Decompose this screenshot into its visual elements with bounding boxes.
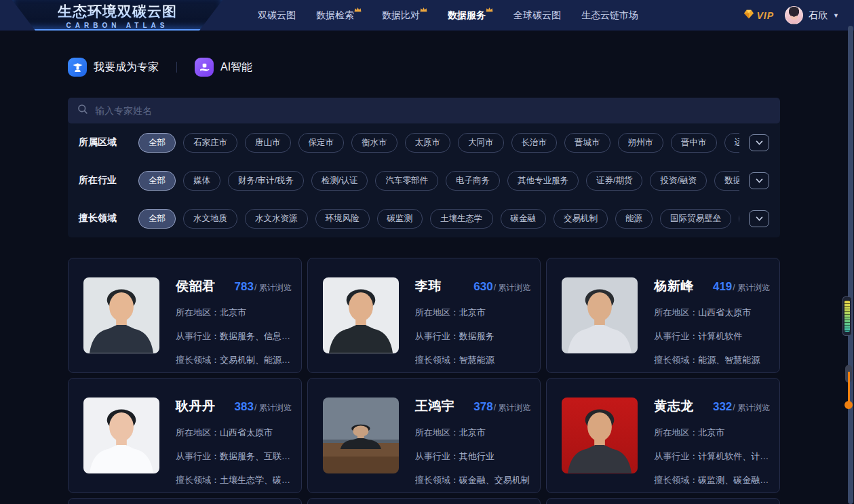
filter-label: 所在行业: [79, 174, 138, 187]
nav-menu: 双碳云图 数据检索 数据比对 数据服务 全球碳云图 生态云链市场: [258, 0, 638, 31]
views-suffix: / 累计浏览: [254, 403, 292, 412]
thermometer-bulb: [845, 401, 853, 409]
filter-chip[interactable]: 晋中市: [671, 133, 717, 153]
filter-chip[interactable]: 运城市: [724, 133, 740, 153]
nav-item[interactable]: 数据比对: [382, 0, 427, 31]
filter-chip[interactable]: 碳监测: [377, 209, 423, 229]
logo-title: 生态环境双碳云图: [58, 2, 177, 21]
expert-card[interactable]: 耿丹丹 383/ 累计浏览 所在地区：山西省太原市 从事行业：数据服务、互联网、…: [68, 378, 302, 493]
views-suffix: / 累计浏览: [494, 403, 531, 412]
gauge-bars-icon: [845, 301, 850, 332]
views-suffix: / 累计浏览: [254, 283, 292, 292]
filter-chip[interactable]: 投资/融资: [650, 171, 706, 191]
expert-views: 383/ 累计浏览: [235, 400, 292, 414]
filter-row: 所属区域 全部 石家庄市 唐山市 保定市 衡水市 太原市 大同市 长治市 晋城市…: [68, 123, 780, 161]
expert-photo: [83, 277, 159, 353]
filter-chip[interactable]: 数据服务: [714, 171, 739, 191]
nav-item-label: 数据检索: [316, 0, 354, 31]
filter-chip[interactable]: 衡水市: [351, 133, 397, 153]
filter-chip[interactable]: 太原市: [405, 133, 451, 153]
filter-chip[interactable]: 证券/期货: [586, 171, 642, 191]
search-input[interactable]: [95, 105, 771, 116]
vip-button[interactable]: VIP: [743, 9, 775, 22]
expand-filter-button[interactable]: [749, 172, 769, 189]
expert-card[interactable]: 黄志龙 332/ 累计浏览 所在地区：北京市 从事行业：计算机软件、计算机...…: [546, 378, 780, 493]
become-expert-button[interactable]: 我要成为专家: [68, 58, 159, 77]
filter-chip[interactable]: 财务/审计/税务: [228, 171, 304, 191]
expert-photo: [323, 398, 399, 473]
filter-chip[interactable]: 电子商务: [446, 171, 500, 191]
nav-item[interactable]: 全球碳云图: [513, 0, 561, 31]
filter-chip[interactable]: 朔州市: [618, 133, 664, 153]
filter-chip[interactable]: 保定市: [298, 133, 345, 153]
filter-row: 所在行业 全部 媒体 财务/审计/税务 检测/认证 汽车零部件 电子商务 其他专…: [68, 161, 780, 199]
expand-filter-button[interactable]: [749, 134, 769, 151]
expert-region-row: 所在地区：山西省太原市: [176, 427, 292, 439]
views-count: 419: [713, 280, 732, 293]
filter-chip[interactable]: 媒体: [183, 171, 220, 191]
expert-industry-row: 从事行业：数据服务、信息安全...: [176, 330, 292, 343]
filter-chip[interactable]: 全部: [138, 133, 176, 153]
crown-icon: [420, 4, 427, 14]
filter-chip[interactable]: 石家庄市: [183, 133, 237, 153]
chevron-down-icon[interactable]: ▼: [833, 12, 839, 19]
thermometer-stem: [848, 372, 850, 404]
filter-row: 擅长领域 全部 水文地质 水文水资源 环境风险 碳监测 土壤生态学 碳金融 交易…: [68, 199, 780, 237]
filter-chip[interactable]: 能源: [615, 209, 653, 229]
filter-chip[interactable]: 晋城市: [564, 133, 610, 153]
views-suffix: / 累计浏览: [494, 283, 531, 292]
expert-card-body: 王鸿宇 378/ 累计浏览 所在地区：北京市 从事行业：其他行业 擅长领域：碳金…: [415, 398, 531, 492]
ai-button[interactable]: AI智能: [195, 58, 252, 77]
chevron-down-icon: [756, 178, 763, 183]
nav-item[interactable]: 双碳云图: [258, 0, 296, 31]
user-avatar[interactable]: [785, 6, 803, 24]
filter-label: 擅长领域: [79, 212, 138, 225]
search-bar: [68, 98, 780, 123]
nav-item[interactable]: 生态云链市场: [581, 0, 638, 31]
search-icon: [77, 104, 88, 117]
filter-chip[interactable]: 唐山市: [245, 133, 291, 153]
expert-card[interactable]: 王鸿宇 378/ 累计浏览 所在地区：北京市 从事行业：其他行业 擅长领域：碳金…: [307, 378, 541, 493]
filter-chip[interactable]: 水文水资源: [245, 209, 308, 229]
expert-field-row: 擅长领域：智慧能源: [415, 354, 531, 366]
filter-chip[interactable]: 全部: [138, 171, 176, 191]
expand-filter-button[interactable]: [749, 210, 769, 227]
filter-chip[interactable]: 环境风险: [315, 209, 370, 229]
expert-card[interactable]: 侯韶君 783/ 累计浏览 所在地区：北京市 从事行业：数据服务、信息安全...…: [68, 258, 302, 373]
expert-photo: [83, 398, 159, 473]
filter-chip[interactable]: 水文地质: [183, 209, 237, 229]
views-count: 783: [235, 280, 254, 293]
expert-card[interactable]: [546, 498, 780, 504]
expert-card-body: 黄志龙 332/ 累计浏览 所在地区：北京市 从事行业：计算机软件、计算机...…: [654, 398, 770, 492]
user-name[interactable]: 石欣: [809, 9, 828, 22]
app-logo[interactable]: 生态环境双碳云图 CARBON ATLAS: [12, 0, 222, 31]
expert-field-row: 擅长领域：能源、智慧能源: [654, 354, 770, 366]
filter-chip[interactable]: 土壤生态学: [430, 209, 493, 229]
expert-field-row: 擅长领域：土壤生态学、碳金融: [176, 474, 292, 486]
expert-card[interactable]: 李玮 630/ 累计浏览 所在地区：北京市 从事行业：数据服务 擅长领域：智慧能…: [307, 258, 541, 373]
filter-chip[interactable]: 交易机制: [554, 209, 608, 229]
gauge-widget[interactable]: [842, 296, 852, 336]
filter-chip[interactable]: 碳金融: [501, 209, 547, 229]
crown-icon: [486, 4, 493, 14]
filter-chip[interactable]: 气候经济: [739, 209, 739, 229]
filter-chip[interactable]: 其他专业服务: [507, 171, 579, 191]
filter-chip[interactable]: 国际贸易壁垒: [660, 209, 731, 229]
expert-card[interactable]: [68, 498, 302, 504]
filter-chip[interactable]: 汽车零部件: [375, 171, 438, 191]
nav-item[interactable]: 数据检索: [316, 0, 362, 31]
filter-chip[interactable]: 大同市: [458, 133, 504, 153]
expert-card[interactable]: 杨新峰 419/ 累计浏览 所在地区：山西省太原市 从事行业：计算机软件 擅长领…: [546, 258, 780, 373]
expert-field-row: 擅长领域：碳监测、碳金融、智...: [654, 474, 770, 486]
nav-item[interactable]: 数据服务: [448, 0, 493, 31]
nav-item-label: 全球碳云图: [513, 0, 561, 31]
filter-chip[interactable]: 全部: [138, 209, 176, 229]
views-count: 378: [473, 400, 492, 413]
filter-rows: 所属区域 全部 石家庄市 唐山市 保定市 衡水市 太原市 大同市 长治市 晋城市…: [68, 123, 780, 237]
thermometer-widget[interactable]: [844, 365, 853, 409]
filter-chip[interactable]: 检测/认证: [311, 171, 368, 191]
expert-card[interactable]: [307, 498, 541, 504]
scrollbar[interactable]: [848, 26, 853, 504]
filter-chip[interactable]: 长治市: [511, 133, 558, 153]
filter-chips: 全部 媒体 财务/审计/税务 检测/认证 汽车零部件 电子商务 其他专业服务 证…: [138, 171, 739, 191]
